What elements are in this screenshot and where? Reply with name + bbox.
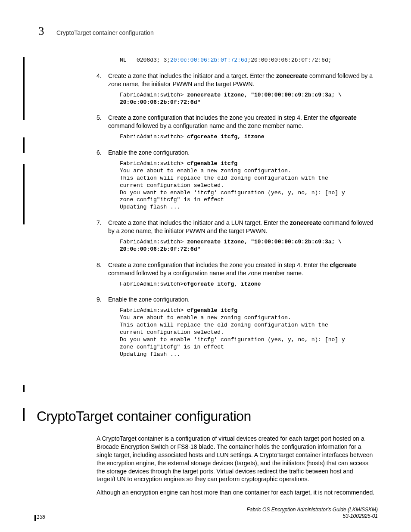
step-text: Create a zone that includes the initiato… xyxy=(108,72,378,88)
step-7: 7. Create a zone that includes the initi… xyxy=(97,219,378,235)
code-block: FabricAdmin:switch> cfgenable itcfg You … xyxy=(120,307,378,358)
code-block: FabricAdmin:switch>cfgcreate itcfg, itzo… xyxy=(120,281,378,288)
step-6: 6. Enable the zone configuration. xyxy=(97,149,378,157)
change-bar xyxy=(23,408,25,421)
change-bar xyxy=(23,164,25,224)
step-number: 4. xyxy=(97,72,108,88)
footer-page-number: 138 xyxy=(37,514,45,520)
step-number: 9. xyxy=(97,296,108,304)
change-bar xyxy=(23,57,25,120)
section-heading: CryptoTarget container configuration xyxy=(37,408,251,424)
code-text: NL 0208d3; 3; xyxy=(120,57,170,63)
step-text: Enable the zone configuration. xyxy=(108,296,378,304)
page: 3 CryptoTarget container configuration N… xyxy=(0,0,411,532)
code-block: NL 0208d3; 3;20:0c:00:06:2b:0f:72:6d;20:… xyxy=(120,57,378,64)
running-head: CryptoTarget container configuration xyxy=(56,29,154,36)
step-text: Create a zone configuration that include… xyxy=(108,261,378,277)
main-content: NL 0208d3; 3;20:0c:00:06:2b:0f:72:6d;20:… xyxy=(97,57,378,358)
link-text[interactable]: 20:0c:00:06:2b:0f:72:6d xyxy=(170,57,247,63)
change-bar xyxy=(34,515,36,521)
step-number: 8. xyxy=(97,261,108,277)
change-bar xyxy=(23,385,25,392)
step-text: Create a zone that includes the initiato… xyxy=(108,219,378,235)
change-bar xyxy=(23,137,25,153)
code-block: FabricAdmin:switch> zonecreate itzone, "… xyxy=(120,239,378,253)
code-block: FabricAdmin:switch> cfgenable itcfg You … xyxy=(120,160,378,211)
step-5: 5. Create a zone configuration that incl… xyxy=(97,114,378,130)
step-number: 6. xyxy=(97,149,108,157)
step-text: Enable the zone configuration. xyxy=(108,149,378,157)
code-text: ;20:00:00:06:2b:0f:72:6d; xyxy=(247,57,331,63)
paragraph: Although an encryption engine can host m… xyxy=(97,488,378,497)
step-number: 5. xyxy=(97,114,108,130)
step-4: 4. Create a zone that includes the initi… xyxy=(97,72,378,88)
step-text: Create a zone configuration that include… xyxy=(108,114,378,130)
chapter-number: 3 xyxy=(38,25,44,38)
code-block: FabricAdmin:switch> zonecreate itzone, "… xyxy=(120,92,378,106)
section-body: A CryptoTarget container is a configurat… xyxy=(97,429,378,497)
step-8: 8. Create a zone configuration that incl… xyxy=(97,261,378,277)
step-9: 9. Enable the zone configuration. xyxy=(97,296,378,304)
step-number: 7. xyxy=(97,219,108,235)
footer-doc-title: Fabric OS Encryption Administrator's Gui… xyxy=(246,507,378,520)
paragraph: A CryptoTarget container is a configurat… xyxy=(97,435,378,483)
section-heading-row: CryptoTarget container configuration xyxy=(37,408,251,424)
code-block: FabricAdmin:switch> cfgcreate itcfg, itz… xyxy=(120,134,378,141)
